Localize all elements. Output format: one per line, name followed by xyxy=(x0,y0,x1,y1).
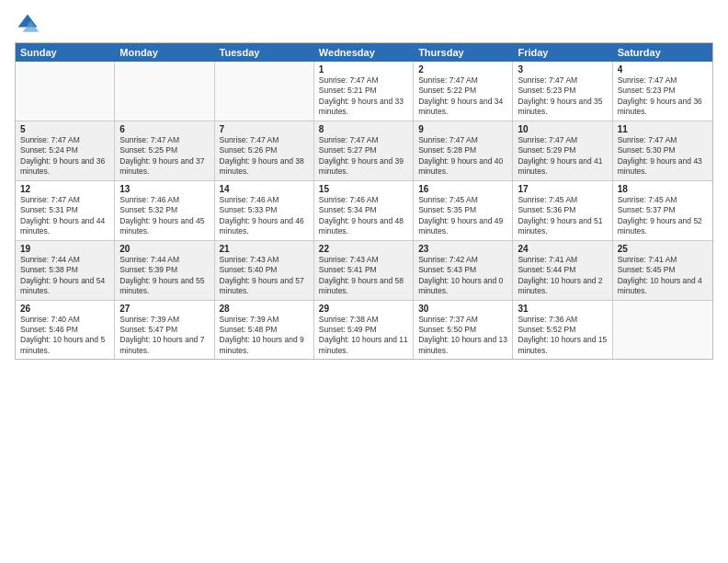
day-details: Sunrise: 7:39 AM Sunset: 5:47 PM Dayligh… xyxy=(119,315,209,357)
day-details: Sunrise: 7:45 AM Sunset: 5:35 PM Dayligh… xyxy=(418,195,507,237)
day-details: Sunrise: 7:39 AM Sunset: 5:48 PM Dayligh… xyxy=(220,315,309,357)
calendar-cell xyxy=(613,301,712,360)
day-number: 29 xyxy=(319,304,408,314)
day-number: 4 xyxy=(618,64,708,75)
day-details: Sunrise: 7:37 AM Sunset: 5:50 PM Dayligh… xyxy=(418,315,507,357)
day-details: Sunrise: 7:41 AM Sunset: 5:44 PM Dayligh… xyxy=(518,255,607,297)
day-details: Sunrise: 7:47 AM Sunset: 5:28 PM Dayligh… xyxy=(418,135,507,178)
day-number: 16 xyxy=(418,184,507,194)
calendar-cell: 24Sunrise: 7:41 AM Sunset: 5:44 PM Dayli… xyxy=(513,241,612,300)
day-details: Sunrise: 7:47 AM Sunset: 5:27 PM Dayligh… xyxy=(319,135,408,178)
calendar-cell: 3Sunrise: 7:47 AM Sunset: 5:23 PM Daylig… xyxy=(513,62,612,121)
calendar-week-row: 26Sunrise: 7:40 AM Sunset: 5:46 PM Dayli… xyxy=(16,301,712,360)
calendar-cell: 17Sunrise: 7:45 AM Sunset: 5:36 PM Dayli… xyxy=(513,181,612,240)
calendar: SundayMondayTuesdayWednesdayThursdayFrid… xyxy=(15,42,713,360)
day-details: Sunrise: 7:41 AM Sunset: 5:45 PM Dayligh… xyxy=(618,255,708,297)
calendar-cell: 6Sunrise: 7:47 AM Sunset: 5:25 PM Daylig… xyxy=(115,121,214,180)
day-number: 24 xyxy=(518,244,607,254)
day-details: Sunrise: 7:47 AM Sunset: 5:23 PM Dayligh… xyxy=(518,75,607,118)
day-number: 20 xyxy=(119,244,209,254)
calendar-cell: 23Sunrise: 7:42 AM Sunset: 5:43 PM Dayli… xyxy=(414,241,513,300)
day-number: 27 xyxy=(119,304,209,314)
day-number: 10 xyxy=(518,124,607,134)
day-number: 23 xyxy=(418,244,507,254)
calendar-day-header: Wednesday xyxy=(314,43,414,62)
day-number: 19 xyxy=(20,244,109,254)
day-number: 7 xyxy=(220,124,309,134)
calendar-cell: 7Sunrise: 7:47 AM Sunset: 5:26 PM Daylig… xyxy=(215,121,314,180)
calendar-cell: 5Sunrise: 7:47 AM Sunset: 5:24 PM Daylig… xyxy=(16,121,115,180)
calendar-header: SundayMondayTuesdayWednesdayThursdayFrid… xyxy=(16,43,712,62)
day-number: 13 xyxy=(119,184,209,194)
day-number: 21 xyxy=(220,244,309,254)
day-details: Sunrise: 7:47 AM Sunset: 5:31 PM Dayligh… xyxy=(20,195,109,237)
calendar-cell: 21Sunrise: 7:43 AM Sunset: 5:40 PM Dayli… xyxy=(215,241,314,300)
day-number: 12 xyxy=(20,184,109,194)
day-details: Sunrise: 7:42 AM Sunset: 5:43 PM Dayligh… xyxy=(418,255,507,297)
day-details: Sunrise: 7:47 AM Sunset: 5:25 PM Dayligh… xyxy=(119,135,209,178)
calendar-week-row: 5Sunrise: 7:47 AM Sunset: 5:24 PM Daylig… xyxy=(16,121,712,181)
day-number: 26 xyxy=(20,304,109,314)
calendar-day-header: Tuesday xyxy=(215,43,314,62)
day-details: Sunrise: 7:47 AM Sunset: 5:30 PM Dayligh… xyxy=(618,135,708,178)
calendar-week-row: 1Sunrise: 7:47 AM Sunset: 5:21 PM Daylig… xyxy=(16,62,712,121)
day-details: Sunrise: 7:40 AM Sunset: 5:46 PM Dayligh… xyxy=(20,315,109,357)
day-details: Sunrise: 7:47 AM Sunset: 5:21 PM Dayligh… xyxy=(319,75,408,118)
calendar-body: 1Sunrise: 7:47 AM Sunset: 5:21 PM Daylig… xyxy=(16,62,712,359)
calendar-cell: 13Sunrise: 7:46 AM Sunset: 5:32 PM Dayli… xyxy=(115,181,214,240)
calendar-day-header: Friday xyxy=(513,43,612,62)
day-number: 6 xyxy=(119,124,209,134)
day-details: Sunrise: 7:47 AM Sunset: 5:24 PM Dayligh… xyxy=(20,135,109,178)
calendar-cell: 28Sunrise: 7:39 AM Sunset: 5:48 PM Dayli… xyxy=(215,301,314,360)
day-number: 9 xyxy=(418,124,507,134)
day-details: Sunrise: 7:47 AM Sunset: 5:26 PM Dayligh… xyxy=(220,135,309,178)
day-details: Sunrise: 7:47 AM Sunset: 5:23 PM Dayligh… xyxy=(618,75,708,118)
calendar-cell: 25Sunrise: 7:41 AM Sunset: 5:45 PM Dayli… xyxy=(613,241,712,300)
day-details: Sunrise: 7:43 AM Sunset: 5:41 PM Dayligh… xyxy=(319,255,408,297)
calendar-cell: 19Sunrise: 7:44 AM Sunset: 5:38 PM Dayli… xyxy=(16,241,115,300)
calendar-cell: 31Sunrise: 7:36 AM Sunset: 5:52 PM Dayli… xyxy=(513,301,612,360)
day-number: 25 xyxy=(618,244,708,254)
calendar-cell xyxy=(115,62,214,121)
logo xyxy=(15,11,44,37)
day-number: 11 xyxy=(618,124,708,134)
day-number: 17 xyxy=(518,184,607,194)
day-number: 30 xyxy=(418,304,507,314)
day-number: 15 xyxy=(319,184,408,194)
day-number: 5 xyxy=(20,124,109,134)
calendar-cell: 29Sunrise: 7:38 AM Sunset: 5:49 PM Dayli… xyxy=(314,301,414,360)
header xyxy=(15,11,713,37)
calendar-cell: 15Sunrise: 7:46 AM Sunset: 5:34 PM Dayli… xyxy=(314,181,414,240)
day-details: Sunrise: 7:36 AM Sunset: 5:52 PM Dayligh… xyxy=(518,315,607,357)
calendar-cell: 4Sunrise: 7:47 AM Sunset: 5:23 PM Daylig… xyxy=(613,62,712,121)
calendar-day-header: Monday xyxy=(115,43,214,62)
calendar-cell: 8Sunrise: 7:47 AM Sunset: 5:27 PM Daylig… xyxy=(314,121,414,180)
day-details: Sunrise: 7:44 AM Sunset: 5:38 PM Dayligh… xyxy=(20,255,109,297)
day-details: Sunrise: 7:46 AM Sunset: 5:34 PM Dayligh… xyxy=(319,195,408,237)
day-details: Sunrise: 7:46 AM Sunset: 5:33 PM Dayligh… xyxy=(220,195,309,237)
day-number: 28 xyxy=(220,304,309,314)
calendar-cell: 12Sunrise: 7:47 AM Sunset: 5:31 PM Dayli… xyxy=(16,181,115,240)
day-number: 3 xyxy=(518,64,607,75)
calendar-cell: 16Sunrise: 7:45 AM Sunset: 5:35 PM Dayli… xyxy=(414,181,513,240)
day-details: Sunrise: 7:47 AM Sunset: 5:22 PM Dayligh… xyxy=(418,75,507,118)
calendar-cell: 22Sunrise: 7:43 AM Sunset: 5:41 PM Dayli… xyxy=(314,241,414,300)
calendar-week-row: 19Sunrise: 7:44 AM Sunset: 5:38 PM Dayli… xyxy=(16,241,712,301)
calendar-cell: 2Sunrise: 7:47 AM Sunset: 5:22 PM Daylig… xyxy=(414,62,513,121)
calendar-day-header: Saturday xyxy=(613,43,712,62)
calendar-cell: 27Sunrise: 7:39 AM Sunset: 5:47 PM Dayli… xyxy=(115,301,214,360)
calendar-cell: 14Sunrise: 7:46 AM Sunset: 5:33 PM Dayli… xyxy=(215,181,314,240)
day-number: 22 xyxy=(319,244,408,254)
day-number: 14 xyxy=(220,184,309,194)
calendar-cell: 26Sunrise: 7:40 AM Sunset: 5:46 PM Dayli… xyxy=(16,301,115,360)
calendar-cell: 30Sunrise: 7:37 AM Sunset: 5:50 PM Dayli… xyxy=(414,301,513,360)
day-number: 1 xyxy=(319,64,408,75)
calendar-cell: 11Sunrise: 7:47 AM Sunset: 5:30 PM Dayli… xyxy=(613,121,712,180)
calendar-cell xyxy=(215,62,314,121)
day-details: Sunrise: 7:46 AM Sunset: 5:32 PM Dayligh… xyxy=(119,195,209,237)
day-details: Sunrise: 7:45 AM Sunset: 5:36 PM Dayligh… xyxy=(518,195,607,237)
day-details: Sunrise: 7:47 AM Sunset: 5:29 PM Dayligh… xyxy=(518,135,607,178)
calendar-week-row: 12Sunrise: 7:47 AM Sunset: 5:31 PM Dayli… xyxy=(16,181,712,241)
logo-icon xyxy=(15,11,40,37)
page: SundayMondayTuesdayWednesdayThursdayFrid… xyxy=(0,0,728,563)
